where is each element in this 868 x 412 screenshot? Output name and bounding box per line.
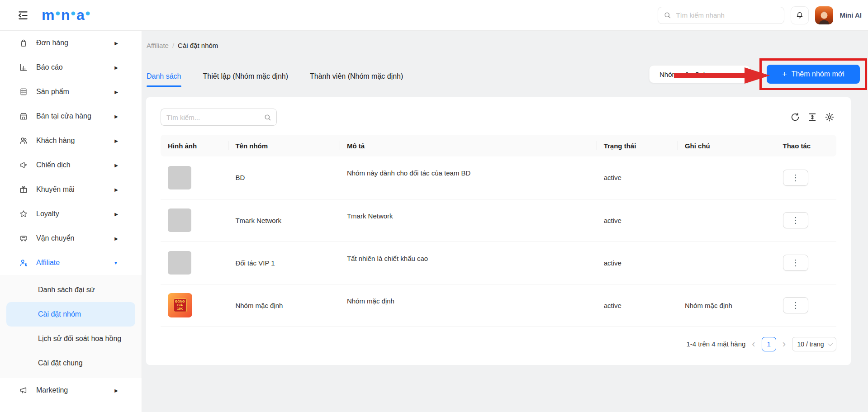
menu-collapse-icon[interactable] <box>17 9 29 21</box>
table-search-button[interactable] <box>258 109 277 126</box>
group-note <box>678 242 776 284</box>
row-actions-button[interactable]: ⋮ <box>783 170 808 186</box>
column-header-trang-thai: Trạng thái <box>597 135 678 156</box>
more-vertical-icon: ⋮ <box>792 173 800 183</box>
group-description: Nhóm này dành cho đối tác của team BD <box>347 169 589 177</box>
affiliate-submenu: Danh sách đại sứ Cài đặt nhóm Lịch sử đố… <box>0 275 142 378</box>
group-note <box>678 199 776 242</box>
sidebar: Đơn hàng ▶ Báo cáo ▶ Sản phẩm ▶ Bán tại … <box>0 31 142 412</box>
logo-dot: • <box>85 6 91 21</box>
sidebar-item-loyalty[interactable]: Loyalty ▶ <box>0 202 142 226</box>
sidebar-item-label: Loyalty <box>36 210 59 218</box>
sidebar-item-label: Khách hàng <box>36 137 75 145</box>
group-description: Tất nhiên là chiết khấu cao <box>347 255 589 262</box>
refresh-icon[interactable] <box>790 112 800 122</box>
group-status: active <box>597 242 678 284</box>
notifications-button[interactable] <box>791 6 809 24</box>
pagination-page-1[interactable]: 1 <box>762 337 776 351</box>
group-thumbnail-placeholder <box>168 166 191 189</box>
logo-letter: m <box>42 7 55 24</box>
row-actions-button[interactable]: ⋮ <box>783 297 808 313</box>
column-header-thao-tac: Thao tác <box>776 135 836 156</box>
row-actions-button[interactable]: ⋮ <box>783 255 808 271</box>
pagination: 1-4 trên 4 mặt hàng ‹ 1 › 10 / trang <box>161 337 836 351</box>
logo-letter: a <box>76 7 85 24</box>
caret-right-icon: ▶ <box>114 163 118 168</box>
breadcrumb: Affiliate / Cài đặt nhóm <box>147 42 218 49</box>
tab-thanh-vien-nhom-mac-dinh[interactable]: Thành viên (Nhóm mặc định) <box>310 66 403 87</box>
group-thumbnail-promo: ĐỒNG GIÁ 19K <box>168 293 192 317</box>
sidebar-subitem-danh-sach-dai-su[interactable]: Danh sách đại sứ <box>0 278 142 302</box>
tab-thiet-lap-nhom-mac-dinh[interactable]: Thiết lập (Nhóm mặc định) <box>203 66 289 87</box>
tabs-divider <box>142 92 868 92</box>
caret-right-icon: ▶ <box>114 41 118 46</box>
group-name: BD <box>228 156 340 199</box>
sidebar-item-affiliate[interactable]: Affiliate ▼ <box>0 251 142 275</box>
group-select-dropdown[interactable]: Nhóm mặc định <box>649 65 750 83</box>
table-search-input[interactable] <box>161 109 258 126</box>
user-name[interactable]: Mini AI <box>840 11 862 19</box>
pagination-summary: 1-4 trên 4 mặt hàng <box>686 340 745 348</box>
chart-icon <box>19 63 28 72</box>
row-actions-button[interactable]: ⋮ <box>783 212 808 228</box>
star-icon <box>19 209 28 218</box>
settings-gear-icon[interactable] <box>825 112 835 122</box>
tab-bar: Danh sách Thiết lập (Nhóm mặc định) Thàn… <box>147 66 403 87</box>
sidebar-item-san-pham[interactable]: Sản phẩm ▶ <box>0 80 142 104</box>
sidebar-subitem-label: Danh sách đại sứ <box>38 286 95 294</box>
caret-right-icon: ▶ <box>114 212 118 217</box>
sidebar-item-khach-hang[interactable]: Khách hàng ▶ <box>0 128 142 153</box>
sidebar-item-label: Vận chuyển <box>36 234 75 242</box>
row-height-icon[interactable] <box>807 112 817 122</box>
megaphone-icon <box>19 386 28 395</box>
group-name: Tmark Network <box>228 199 340 242</box>
sidebar-item-label: Bán tại cửa hàng <box>36 112 91 120</box>
group-status: active <box>597 284 678 327</box>
add-group-button[interactable]: + Thêm nhóm mới <box>767 65 860 84</box>
group-name: Đối tác VIP 1 <box>228 242 340 284</box>
tab-danh-sach[interactable]: Danh sách <box>147 66 181 87</box>
gift-icon <box>19 185 28 194</box>
caret-right-icon: ▶ <box>114 90 118 95</box>
sidebar-item-don-hang[interactable]: Đơn hàng ▶ <box>0 31 142 55</box>
caret-right-icon: ▶ <box>114 65 118 70</box>
sidebar-subitem-label: Cài đặt nhóm <box>38 310 81 318</box>
sidebar-item-label: Chiến dịch <box>36 161 71 169</box>
table-row: Tmark Network Tmark Network active ⋮ <box>161 199 836 242</box>
page-size-value: 10 / trang <box>797 341 824 348</box>
sidebar-item-khuyen-mai[interactable]: Khuyến mãi ▶ <box>0 177 142 202</box>
page-size-select[interactable]: 10 / trang <box>792 337 836 351</box>
sidebar-subitem-cai-dat-chung[interactable]: Cài đặt chung <box>0 351 142 375</box>
sidebar-item-ban-tai-cua-hang[interactable]: Bán tại cửa hàng ▶ <box>0 104 142 128</box>
chevron-down-icon <box>827 341 832 346</box>
breadcrumb-parent[interactable]: Affiliate <box>147 42 169 49</box>
more-vertical-icon: ⋮ <box>792 300 800 310</box>
sidebar-item-bao-cao[interactable]: Báo cáo ▶ <box>0 55 142 80</box>
caret-right-icon: ▶ <box>114 114 118 119</box>
sidebar-subitem-cai-dat-nhom[interactable]: Cài đặt nhóm <box>6 302 135 327</box>
sidebar-item-marketing[interactable]: Marketing ▶ <box>0 378 142 403</box>
group-thumbnail-placeholder <box>168 251 191 275</box>
bag-icon <box>19 38 28 47</box>
search-icon <box>264 114 271 121</box>
brand-logo[interactable]: m•n•a• <box>42 7 91 24</box>
caret-right-icon: ▶ <box>114 388 118 393</box>
group-select-value: Nhóm mặc định <box>659 71 707 78</box>
caret-right-icon: ▶ <box>114 138 118 143</box>
sidebar-item-label: Đơn hàng <box>36 39 68 47</box>
table-row: BD Nhóm này dành cho đối tác của team BD… <box>161 156 836 199</box>
table-row: ĐỒNG GIÁ 19K Nhóm mặc định Nhóm mặc định… <box>161 284 836 327</box>
global-search-input[interactable] <box>676 11 778 19</box>
column-header-mo-ta: Mô tả <box>340 135 597 156</box>
group-status: active <box>597 156 678 199</box>
user-avatar[interactable] <box>815 6 833 24</box>
pagination-next-icon[interactable]: › <box>782 340 787 349</box>
sidebar-item-chien-dich[interactable]: Chiến dịch ▶ <box>0 153 142 177</box>
more-vertical-icon: ⋮ <box>792 258 800 268</box>
add-group-button-label: Thêm nhóm mới <box>792 70 844 78</box>
groups-panel: Hình ảnhTên nhómMô tảTrạng tháiGhi chúTh… <box>146 97 851 365</box>
sidebar-subitem-lich-su-doi-soat-hoa-hong[interactable]: Lịch sử đối soát hoa hồng <box>0 327 142 351</box>
sidebar-item-van-chuyen[interactable]: Vận chuyển ▶ <box>0 226 142 251</box>
global-search <box>658 7 784 24</box>
pagination-prev-icon[interactable]: ‹ <box>751 340 756 349</box>
